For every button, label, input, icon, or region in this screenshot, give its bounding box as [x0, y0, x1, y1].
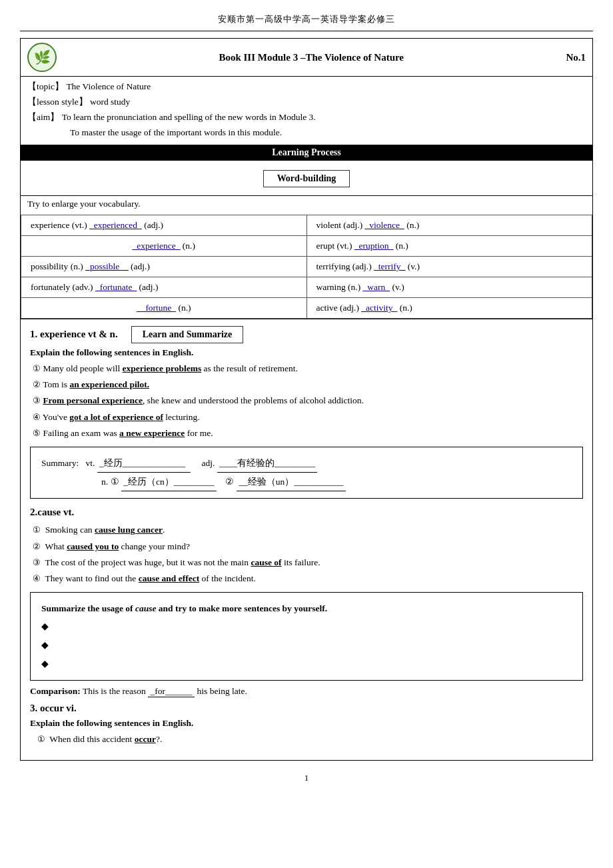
list-item: ① When did this accident occur?. — [30, 731, 583, 747]
lesson-style-label: 【lesson style】 — [27, 97, 88, 107]
document-container: 🌿 Book III Module 3 –The Violence of Nat… — [20, 38, 593, 319]
diamond-2: ◆ — [41, 640, 49, 650]
meta-rows: 【topic】 The Violence of Nature 【lesson s… — [21, 77, 592, 145]
phrase-new-experience: a new experience — [119, 428, 185, 438]
word-fortune: __fortune_ — [137, 303, 176, 313]
list-item: ⑤ Failing an exam was a new experience f… — [30, 425, 583, 441]
word-building-label: Word-building — [277, 173, 336, 183]
lesson-style-row: 【lesson style】 word study — [27, 95, 586, 110]
vocab-cell: terrifying (adj.) _terrify_ (v.) — [306, 256, 592, 277]
vocab-cell: active (adj.) _activity_ (n.) — [306, 297, 592, 318]
phrase-experience-problems: experience problems — [123, 363, 202, 373]
summarize-instruction: Summarize the usage of cause and try to … — [41, 599, 572, 617]
summary-box: Summary: vt. _经历______________ adj. ____… — [30, 447, 583, 499]
learning-process-label: Learning Process — [272, 147, 341, 157]
vocab-intro: Try to enlarge your vocabulary. — [27, 199, 141, 209]
vocab-cell: __fortune_ (n.) — [21, 297, 307, 318]
summary-row1: Summary: vt. _经历______________ adj. ____… — [41, 454, 572, 473]
phrase-got-lot: got a lot of experience of — [69, 412, 163, 422]
aim-row: 【aim】 To learn the pronunciation and spe… — [27, 110, 586, 125]
diamond-row3: ◆ — [41, 655, 572, 673]
table-row: experience (vt.) _experienced_ (adj.) vi… — [21, 215, 592, 235]
vocab-cell: experience (vt.) _experienced_ (adj.) — [21, 215, 307, 235]
summary-adj-fill: ____有经验的_________ — [217, 454, 318, 473]
list-item: ④ They want to find out the cause and ef… — [30, 571, 583, 587]
section3-sentences: ① When did this accident occur?. — [30, 731, 583, 747]
book-title: Book III Module 3 –The Violence of Natur… — [65, 52, 558, 63]
comparison-label: Comparison: — [30, 686, 81, 696]
vocab-note: Try to enlarge your vocabulary. — [21, 196, 592, 215]
list-item: ④ You've got a lot of experience of lect… — [30, 409, 583, 425]
summary-n2-fill: __经验（un）___________ — [237, 473, 346, 491]
diamond-row1: ◆ — [41, 617, 572, 636]
summary-n2-num: ② — [225, 477, 234, 487]
list-item: ① Many old people will experience proble… — [30, 361, 583, 377]
section1-sub: Explain the following sentences in Engli… — [30, 347, 583, 358]
aim-line1: To learn the pronunciation and spelling … — [62, 112, 316, 122]
phrase-occur: occur — [135, 734, 156, 744]
table-row: possibility (n.) _possible__ (adj.) terr… — [21, 256, 592, 277]
phrase-cause-and-effect: cause and effect — [139, 573, 199, 583]
phrase-cause-of: cause of — [251, 557, 281, 567]
comparison-text2: his being late. — [197, 686, 247, 696]
vocab-cell: possibility (n.) _possible__ (adj.) — [21, 256, 307, 277]
word-experienced: _experienced_ — [89, 220, 142, 230]
page-num-value: 1 — [305, 773, 309, 783]
vocab-cell: fortunately (adv.) _fortunate_ (adj.) — [21, 277, 307, 297]
lesson-style-value: word study — [90, 97, 130, 107]
aim-label: 【aim】 — [27, 112, 59, 122]
list-item: ② Tom is an experienced pilot. — [30, 377, 583, 393]
summary-vt-fill: _经历______________ — [97, 454, 191, 473]
word-possible: _possible__ — [85, 261, 129, 271]
phrase-caused-you: caused you to — [67, 541, 119, 551]
learn-summarize-box: Learn and Summarize — [131, 326, 244, 343]
table-row: fortunately (adv.) _fortunate_ (adj.) wa… — [21, 277, 592, 297]
comparison-fill: _for______ — [148, 686, 195, 697]
list-item: ③ The cost of the project was huge, but … — [30, 555, 583, 571]
section3-sub: Explain the following sentences in Engli… — [30, 718, 583, 729]
table-row: __fortune_ (n.) active (adj.) _activity_… — [21, 297, 592, 318]
summary-label: Summary: — [41, 458, 83, 468]
table-row: _experience_ (n.) erupt (vt.) _eruption_… — [21, 235, 592, 256]
topic-row: 【topic】 The Violence of Nature — [27, 79, 586, 95]
section3-title: 3. occur vi. — [30, 703, 583, 714]
word-fortunate: _fortunate_ — [95, 282, 137, 292]
word-violence: _violence_ — [365, 220, 404, 230]
aim-line2-row: To master the usage of the important wor… — [27, 125, 586, 141]
word-building-box: Word-building — [263, 170, 350, 187]
summary-vt-label: vt. — [85, 458, 95, 468]
diamond-3: ◆ — [41, 659, 49, 669]
section2-title: 2.cause vt. — [30, 507, 583, 518]
vocab-table: experience (vt.) _experienced_ (adj.) vi… — [21, 215, 592, 319]
school-logo: 🌿 — [27, 43, 57, 72]
word-warn: _warn_ — [363, 282, 390, 292]
comparison-text1: This is the reason — [83, 686, 148, 696]
section1-sentences: ① Many old people will experience proble… — [30, 361, 583, 441]
topic-label: 【topic】 — [27, 81, 64, 91]
vocab-cell: violent (adj.) _violence_ (n.) — [306, 215, 592, 235]
topic-value: The Violence of Nature — [66, 81, 151, 91]
section1-title: 1. experience vt & n. — [30, 329, 118, 340]
word-activity: _activity_ — [361, 303, 397, 313]
phrase-from-personal: From personal experience — [43, 395, 143, 405]
section1-header-row: 1. experience vt & n. Learn and Summariz… — [30, 326, 583, 343]
phrase-cause-lung: cause lung cancer — [95, 525, 163, 535]
page-header: 安顺市第一高级中学高一英语导学案必修三 — [20, 13, 593, 25]
diamond-1: ◆ — [41, 621, 49, 631]
vocab-cell: _experience_ (n.) — [21, 235, 307, 256]
summary-adj-label: adj. — [202, 458, 215, 468]
word-experience-n: _experience_ — [133, 241, 181, 251]
phrase-experienced-pilot: an experienced pilot. — [69, 379, 149, 389]
summary-n-label: n. ① — [101, 477, 119, 487]
summarize-text: Summarize the usage of cause and try to … — [41, 603, 327, 613]
no-label: No.1 — [566, 52, 586, 63]
vocab-cell: erupt (vt.) _eruption_ (n.) — [306, 235, 592, 256]
list-item: ③ From personal experience, she knew and… — [30, 393, 583, 409]
aim-line2: To master the usage of the important wor… — [70, 127, 282, 137]
word-eruption: _eruption_ — [354, 241, 394, 251]
page-number: 1 — [20, 773, 593, 783]
summary-row2: n. ① _经历（cn）_________ ② __经验（un）________… — [41, 473, 572, 491]
header-divider — [20, 31, 593, 31]
list-item: ① Smoking can cause lung cancer. — [30, 522, 583, 538]
diamond-row2: ◆ — [41, 636, 572, 655]
